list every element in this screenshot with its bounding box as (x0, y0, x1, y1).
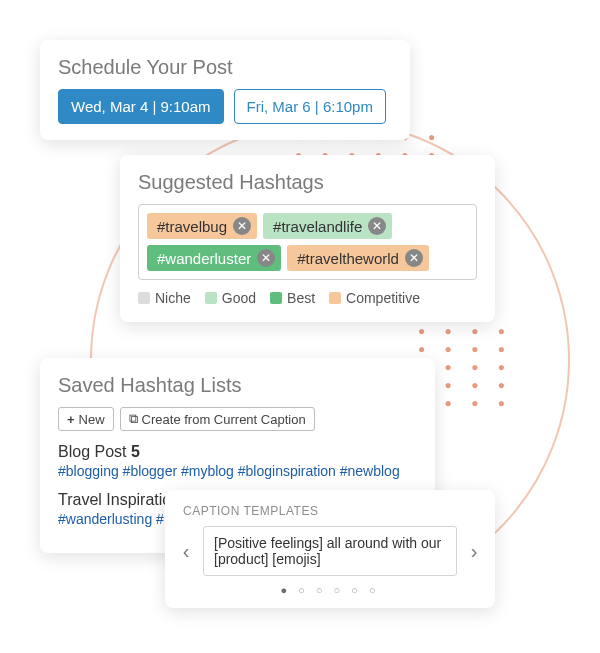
hashtag-chip[interactable]: #wanderluster✕ (147, 245, 281, 271)
legend-best: Best (287, 290, 315, 306)
copy-icon: ⧉ (129, 411, 138, 427)
caption-templates-card: CAPTION TEMPLATES ‹ [Positive feelings] … (165, 490, 495, 608)
suggested-hashtags-card: Suggested Hashtags #travelbug✕#traveland… (120, 155, 495, 322)
legend-competitive: Competitive (346, 290, 420, 306)
saved-list-title: Blog Post 5 (58, 443, 417, 461)
hashtag-chip[interactable]: #travelandlife✕ (263, 213, 392, 239)
remove-hashtag-icon[interactable]: ✕ (368, 217, 386, 235)
hashtag-chip[interactable]: #travelbug✕ (147, 213, 257, 239)
schedule-slot-2[interactable]: Fri, Mar 6 | 6:10pm (234, 89, 386, 124)
create-from-caption-button[interactable]: ⧉ Create from Current Caption (120, 407, 315, 431)
caption-templates-title: CAPTION TEMPLATES (183, 504, 477, 518)
hashtag-text: #travelandlife (273, 218, 362, 235)
next-template-button[interactable]: › (461, 531, 487, 571)
legend-good: Good (222, 290, 256, 306)
saved-list-hashtags: #blogging #blogger #myblog #bloginspirat… (58, 463, 417, 479)
hashtag-well[interactable]: #travelbug✕#travelandlife✕#wanderluster✕… (138, 204, 477, 280)
remove-hashtag-icon[interactable]: ✕ (257, 249, 275, 267)
new-list-label: New (79, 412, 105, 427)
hashtag-text: #wanderluster (157, 250, 251, 267)
prev-template-button[interactable]: ‹ (173, 531, 199, 571)
chevron-right-icon: › (471, 540, 478, 563)
schedule-slot-1[interactable]: Wed, Mar 4 | 9:10am (58, 89, 224, 124)
caption-template-text[interactable]: [Positive feelings] all around with our … (203, 526, 457, 576)
template-pager: ● ○ ○ ○ ○ ○ (171, 584, 489, 596)
legend-niche: Niche (155, 290, 191, 306)
create-from-caption-label: Create from Current Caption (142, 412, 306, 427)
remove-hashtag-icon[interactable]: ✕ (233, 217, 251, 235)
plus-icon: + (67, 412, 75, 427)
saved-title: Saved Hashtag Lists (58, 374, 417, 397)
schedule-card: Schedule Your Post Wed, Mar 4 | 9:10am F… (40, 40, 410, 140)
remove-hashtag-icon[interactable]: ✕ (405, 249, 423, 267)
new-list-button[interactable]: + New (58, 407, 114, 431)
hashtag-text: #traveltheworld (297, 250, 399, 267)
hashtag-text: #travelbug (157, 218, 227, 235)
saved-list-item[interactable]: Blog Post 5#blogging #blogger #myblog #b… (58, 443, 417, 479)
hashtag-legend: Niche Good Best Competitive (138, 290, 477, 306)
schedule-title: Schedule Your Post (58, 56, 392, 79)
chevron-left-icon: ‹ (183, 540, 190, 563)
suggested-title: Suggested Hashtags (138, 171, 477, 194)
hashtag-chip[interactable]: #traveltheworld✕ (287, 245, 429, 271)
